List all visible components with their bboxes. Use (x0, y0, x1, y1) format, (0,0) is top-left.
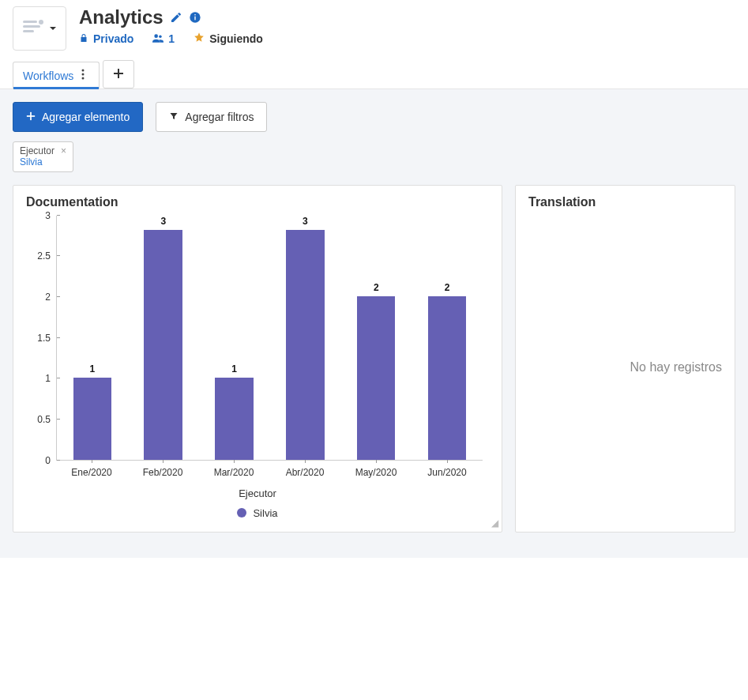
y-tick-label: 0.5 (27, 414, 51, 425)
follow-indicator[interactable]: Siguiendo (194, 32, 263, 45)
filter-chip-label: Ejecutor (20, 145, 55, 156)
privacy-indicator[interactable]: Privado (79, 32, 133, 45)
add-filters-button[interactable]: Agregar filtros (156, 102, 267, 132)
toolbar: Agregar elemento Agregar filtros (13, 102, 735, 132)
chart-legend: Silvia (26, 507, 489, 519)
chevron-down-icon (49, 22, 57, 35)
filter-chip-ejecutor[interactable]: Ejecutor Silvia × (13, 141, 73, 172)
y-tick-label: 2 (27, 292, 51, 303)
close-icon[interactable]: × (61, 145, 66, 156)
bar-value-label: 3 (160, 216, 166, 227)
documentation-chart: 00.511.522.53 131322 Ene/2020Feb/2020Mar… (26, 216, 489, 519)
panel-translation: Translation No hay registros (515, 185, 735, 533)
tab-menu-icon[interactable] (77, 69, 89, 82)
y-tick-label: 3 (27, 210, 51, 221)
module-icon (22, 18, 46, 40)
x-tick-label: Jun/2020 (412, 461, 483, 478)
bar-value-label: 1 (231, 363, 237, 374)
bar-slot: 3 (269, 216, 340, 460)
edit-icon[interactable] (170, 11, 182, 24)
bar-value-label: 3 (303, 216, 308, 227)
lock-icon (79, 32, 88, 45)
svg-rect-15 (27, 115, 35, 117)
members-count: 1 (168, 32, 175, 45)
svg-rect-0 (23, 21, 37, 23)
legend-entry: Silvia (253, 507, 277, 519)
svg-rect-13 (114, 73, 123, 74)
bar[interactable] (357, 296, 396, 460)
bar[interactable] (73, 378, 112, 459)
privacy-label: Privado (93, 32, 133, 45)
panel-title: Translation (528, 195, 722, 209)
plus-icon (26, 111, 36, 123)
title-block: Analytics Privado 1 (79, 6, 735, 45)
x-tick-label: Mar/2020 (198, 461, 269, 478)
filter-chip-value: Silvia (20, 156, 55, 167)
bar-value-label: 2 (445, 282, 450, 293)
x-tick-label: Feb/2020 (127, 461, 198, 478)
svg-rect-5 (194, 17, 195, 21)
svg-point-3 (39, 20, 43, 24)
y-tick-label: 2.5 (27, 250, 51, 262)
page-title: Analytics (79, 6, 164, 28)
bar-slot: 1 (199, 216, 270, 460)
bar[interactable] (215, 378, 254, 459)
bar[interactable] (428, 296, 467, 460)
add-tab-button[interactable] (103, 60, 134, 88)
svg-point-7 (155, 34, 159, 38)
add-element-button[interactable]: Agregar elemento (13, 102, 143, 132)
bar-slot: 1 (57, 216, 128, 460)
tab-workflows[interactable]: Workflows (13, 62, 100, 88)
bar-slot: 3 (128, 216, 199, 460)
x-tick-label: May/2020 (340, 461, 412, 478)
filter-icon (169, 111, 179, 123)
star-icon (194, 32, 205, 45)
svg-rect-2 (23, 30, 34, 32)
add-filters-label: Agregar filtros (185, 111, 254, 123)
bar-value-label: 2 (374, 282, 379, 293)
filter-chips: Ejecutor Silvia × (13, 141, 735, 172)
empty-state-text: No hay registros (528, 216, 722, 519)
x-tick-label: Abr/2020 (269, 461, 340, 478)
chart-x-axis-title: Ejecutor (26, 487, 489, 499)
svg-point-11 (82, 77, 85, 80)
resize-handle-icon[interactable]: ◢ (491, 517, 498, 529)
y-tick-label: 0 (27, 455, 51, 466)
y-tick-label: 1 (27, 373, 51, 384)
legend-swatch (237, 508, 246, 517)
svg-point-9 (82, 70, 85, 72)
panel-title: Documentation (26, 195, 489, 209)
svg-point-10 (82, 73, 85, 76)
add-element-label: Agregar elemento (42, 111, 130, 123)
members-indicator[interactable]: 1 (152, 32, 175, 45)
users-icon (152, 32, 164, 45)
y-tick-label: 1.5 (27, 333, 51, 344)
follow-label: Siguiendo (209, 32, 263, 45)
tabs-bar: Workflows (0, 51, 748, 89)
panel-documentation: Documentation 00.511.522.53 131322 Ene/2… (13, 185, 502, 533)
bar-value-label: 1 (90, 363, 96, 374)
bar-slot: 2 (412, 216, 483, 460)
tab-label: Workflows (23, 70, 73, 82)
svg-rect-6 (194, 14, 195, 15)
svg-point-8 (160, 35, 163, 38)
bar[interactable] (144, 230, 182, 460)
bar[interactable] (286, 230, 325, 460)
x-tick-label: Ene/2020 (56, 461, 127, 478)
bar-slot: 2 (340, 216, 412, 460)
page-header: Analytics Privado 1 (0, 0, 748, 51)
info-icon[interactable] (189, 11, 201, 24)
svg-rect-1 (23, 25, 40, 28)
plus-icon (113, 66, 124, 83)
module-icon-selector[interactable] (13, 6, 66, 51)
